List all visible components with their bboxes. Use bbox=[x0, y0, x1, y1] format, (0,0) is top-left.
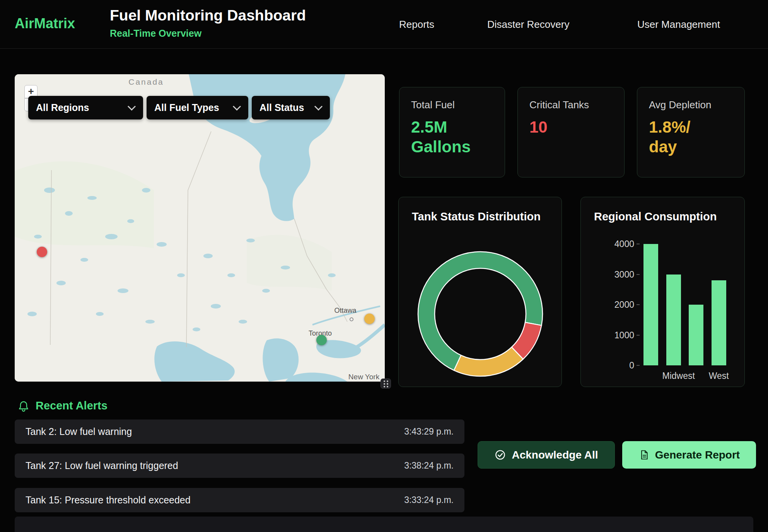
stat-card-avg-depletion: Avg Depletion 1.8%/ day bbox=[637, 87, 745, 177]
chevron-down-icon bbox=[314, 102, 323, 111]
map-filter-bar: All Regions All Fuel Types All Status bbox=[28, 96, 330, 119]
alert-row[interactable]: Tank 2: Low fuel warning 3:43:29 p.m. bbox=[15, 419, 464, 444]
check-circle-icon bbox=[494, 449, 506, 461]
generate-report-button[interactable]: Generate Report bbox=[622, 441, 756, 469]
map-canvas[interactable]: Canada Ottawa Toronto New York + − All R… bbox=[15, 74, 385, 382]
alert-time: 3:43:29 p.m. bbox=[404, 426, 454, 437]
y-axis-tick-label: 4000 bbox=[581, 239, 634, 249]
stat-label: Avg Depletion bbox=[649, 99, 733, 111]
generate-report-label: Generate Report bbox=[655, 449, 740, 461]
chevron-down-icon bbox=[128, 102, 136, 111]
document-icon bbox=[638, 449, 650, 460]
status-filter-dropdown[interactable]: All Status bbox=[252, 96, 330, 119]
brand-logo: AirMatrix bbox=[15, 15, 75, 32]
tank-marker-warning[interactable] bbox=[364, 314, 375, 324]
chevron-down-icon bbox=[233, 102, 241, 111]
x-axis-tick-label: West bbox=[708, 371, 730, 381]
fuel-type-filter-dropdown[interactable]: All Fuel Types bbox=[147, 96, 248, 119]
consumption-bar-0 bbox=[643, 244, 658, 365]
status-filter-value: All Status bbox=[259, 102, 304, 113]
alert-message: Tank 2: Low fuel warning bbox=[26, 426, 132, 437]
acknowledge-all-button[interactable]: Acknowledge All bbox=[478, 441, 615, 469]
nav-disaster-recovery[interactable]: Disaster Recovery bbox=[487, 18, 569, 30]
alert-row[interactable]: Tank 15: Pressure threshold exceeded 3:3… bbox=[15, 488, 464, 512]
stat-card-total-fuel: Total Fuel 2.5M Gallons bbox=[399, 87, 505, 177]
ottawa-city-dot bbox=[350, 317, 353, 321]
fuel-type-filter-value: All Fuel Types bbox=[154, 102, 219, 113]
alert-message: Tank 27: Low fuel warning triggered bbox=[26, 460, 178, 471]
stat-value-line: 10 bbox=[529, 117, 613, 137]
tank-marker-normal[interactable] bbox=[316, 335, 327, 345]
y-axis-tick-mark bbox=[637, 335, 640, 336]
y-axis-tick-mark bbox=[637, 244, 640, 244]
page-subtitle: Real-Time Overview bbox=[110, 28, 201, 39]
y-axis-tick-label: 0 bbox=[581, 360, 634, 370]
consumption-bar-2 bbox=[689, 305, 703, 365]
tank-status-donut-chart bbox=[399, 248, 562, 382]
alert-time: 3:38:24 p.m. bbox=[404, 460, 454, 471]
stat-value-line: 2.5M bbox=[411, 117, 493, 137]
chart-title: Tank Status Distribution bbox=[412, 210, 541, 223]
tank-status-distribution-card: Tank Status Distribution bbox=[398, 197, 562, 387]
alert-message: Tank 15: Pressure threshold exceeded bbox=[26, 494, 191, 506]
y-axis-tick-mark bbox=[637, 304, 640, 305]
regions-filter-value: All Regions bbox=[36, 102, 89, 113]
consumption-bar-1 bbox=[666, 275, 681, 366]
bell-icon bbox=[17, 400, 30, 412]
y-axis-tick-mark bbox=[637, 274, 640, 275]
stat-card-critical-tanks: Critical Tanks 10 bbox=[517, 87, 625, 177]
nav-user-management[interactable]: User Management bbox=[637, 18, 720, 30]
nav-reports[interactable]: Reports bbox=[399, 18, 434, 30]
page-title: Fuel Monitoring Dashboard bbox=[110, 7, 306, 24]
regional-consumption-card: Regional Consumption 01000200030004000Mi… bbox=[580, 197, 745, 387]
y-axis-tick-mark bbox=[637, 365, 640, 366]
stat-value-critical-tanks: 10 bbox=[529, 117, 613, 137]
stat-value-total-fuel: 2.5M Gallons bbox=[411, 117, 493, 157]
stat-value-line: 1.8%/ bbox=[649, 117, 733, 137]
alerts-header: Recent Alerts bbox=[17, 399, 108, 412]
map-terrain bbox=[15, 74, 385, 382]
regional-consumption-bar-chart: 01000200030004000MidwestWest bbox=[581, 197, 744, 387]
alert-time: 3:33:24 p.m. bbox=[404, 495, 454, 505]
stat-label: Critical Tanks bbox=[529, 99, 613, 111]
y-axis-tick-label: 2000 bbox=[581, 300, 634, 310]
stat-label: Total Fuel bbox=[411, 99, 493, 111]
stat-value-line: Gallons bbox=[411, 137, 493, 157]
x-axis-tick-label: Midwest bbox=[662, 371, 685, 381]
resize-grip-handle[interactable] bbox=[381, 379, 391, 389]
y-axis-tick-label: 1000 bbox=[581, 330, 634, 340]
stat-value-avg-depletion: 1.8%/ day bbox=[649, 117, 733, 157]
donut-segment-warning bbox=[454, 347, 523, 376]
y-axis-tick-label: 3000 bbox=[581, 269, 634, 280]
alert-row[interactable]: Tank 27: Low fuel warning triggered 3:38… bbox=[15, 454, 464, 478]
bottom-panel-edge bbox=[15, 517, 753, 532]
tank-marker-critical[interactable] bbox=[37, 247, 47, 257]
alerts-title: Recent Alerts bbox=[36, 399, 108, 412]
consumption-bar-3 bbox=[712, 280, 726, 365]
recent-alerts-section: Recent Alerts Tank 2: Low fuel warning 3… bbox=[0, 387, 768, 532]
grip-dots-icon bbox=[384, 380, 385, 382]
stat-value-line: day bbox=[649, 137, 733, 157]
regions-filter-dropdown[interactable]: All Regions bbox=[28, 96, 143, 119]
app-header: AirMatrix Fuel Monitoring Dashboard Real… bbox=[0, 0, 768, 49]
acknowledge-all-label: Acknowledge All bbox=[512, 449, 598, 461]
fuel-monitoring-dashboard: AirMatrix Fuel Monitoring Dashboard Real… bbox=[0, 0, 768, 532]
